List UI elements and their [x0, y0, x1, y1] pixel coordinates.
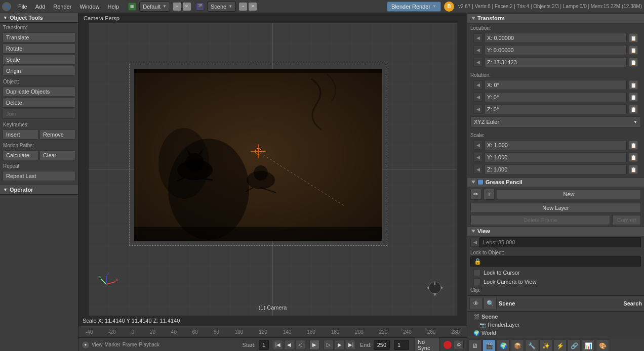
loc-x-copy[interactable]: 📋 — [629, 33, 638, 42]
playback-label[interactable]: Playback — [139, 342, 160, 347]
menu-add[interactable]: Add — [31, 3, 50, 11]
menu-window[interactable]: Window — [75, 3, 103, 11]
particles-icon[interactable]: ✨ — [539, 339, 552, 351]
lock-object-field[interactable]: 🔒 — [470, 256, 641, 267]
start-frame-field[interactable]: 1 — [259, 340, 269, 350]
euler-mode-dropdown[interactable]: XYZ Euler ▼ — [470, 116, 641, 127]
rot-x-prev[interactable]: ◀ — [473, 80, 482, 90]
rot-x-copy[interactable]: 📋 — [629, 80, 638, 90]
end-frame-field[interactable]: 250 — [374, 340, 390, 350]
object-props-icon[interactable]: 📦 — [511, 339, 524, 351]
scene-tree-item[interactable]: 🎬 Scene — [467, 313, 644, 321]
location-z-field[interactable]: Z: 17.31423 — [485, 57, 627, 67]
frame-prev-btn[interactable]: ◀ — [284, 340, 294, 350]
scene-props-icon[interactable]: 🎬 — [482, 339, 496, 351]
rot-y-prev[interactable]: ◀ — [473, 93, 482, 102]
material-icon[interactable]: 🎨 — [596, 339, 609, 351]
record-button[interactable] — [444, 341, 452, 349]
scale-y-prev[interactable]: ◀ — [473, 153, 482, 162]
lens-prev[interactable]: ◀ — [470, 238, 479, 247]
search-icon[interactable]: 🔍 — [484, 297, 497, 310]
marker-label[interactable]: Marker — [105, 342, 120, 347]
menu-file[interactable]: File — [14, 3, 31, 11]
scale-x-field[interactable]: X: 1.000 — [485, 140, 627, 150]
scene-header: 👁 🔍 Scene Search — [467, 296, 644, 312]
gp-convert-button[interactable]: Convert — [612, 215, 641, 225]
loc-y-prev[interactable]: ◀ — [473, 46, 482, 55]
scale-z-prev[interactable]: ◀ — [473, 165, 482, 174]
viewport[interactable]: Camera Persp — [78, 13, 467, 326]
gp-add-icon[interactable]: + — [484, 189, 495, 200]
clear-button[interactable]: Clear — [39, 150, 75, 160]
gp-new-layer-button[interactable]: New Layer — [470, 203, 641, 213]
frame-prev-step-btn[interactable]: ◁ — [295, 340, 305, 350]
data-icon[interactable]: 📊 — [582, 339, 595, 351]
view-mode-icon[interactable]: ● — [82, 341, 90, 349]
location-y-field[interactable]: Y: 0.00000 — [485, 45, 627, 55]
scale-button[interactable]: Scale — [3, 55, 75, 65]
world-tree-item[interactable]: 🌍 World — [467, 329, 644, 337]
layout-selector[interactable]: Default ▼ — [139, 2, 170, 12]
scene-selector[interactable]: Scene ▼ — [207, 2, 236, 12]
gp-new-button[interactable]: New — [497, 189, 641, 199]
menu-help[interactable]: Help — [104, 3, 124, 11]
remove-layout-icon[interactable]: ✕ — [183, 3, 191, 11]
constraints-icon[interactable]: 🔗 — [568, 339, 581, 351]
frame-next-btn[interactable]: ▶ — [335, 340, 345, 350]
repeat-last-button[interactable]: Repeat Last — [3, 171, 75, 181]
rot-y-copy[interactable]: 📋 — [629, 93, 638, 102]
frame-next-step-btn[interactable]: ▷ — [324, 340, 334, 350]
scale-x-prev[interactable]: ◀ — [473, 141, 482, 150]
insert-keyframe-button[interactable]: Insert — [3, 129, 38, 140]
origin-button[interactable]: Origin — [3, 66, 75, 76]
rotation-x-field[interactable]: X: 0° — [485, 80, 627, 90]
remove-scene-icon[interactable]: ✕ — [249, 3, 257, 11]
gp-checkbox[interactable] — [477, 179, 484, 185]
renderlayer-tree-item[interactable]: 📷 RenderLayer — [467, 321, 644, 329]
scale-z-field[interactable]: Z: 1.000 — [485, 164, 627, 174]
world-props-icon[interactable]: 🌍 — [497, 339, 510, 351]
physics-icon[interactable]: ⚡ — [553, 339, 567, 351]
loc-z-prev[interactable]: ◀ — [473, 58, 482, 67]
join-button[interactable]: Join — [3, 109, 75, 119]
view-label[interactable]: View — [92, 342, 103, 347]
lock-camera-row: Lock Camera to View — [470, 277, 641, 286]
frame-start-btn[interactable]: |◀ — [273, 340, 283, 350]
scale-z-copy[interactable]: 📋 — [629, 165, 638, 174]
loc-y-copy[interactable]: 📋 — [629, 46, 638, 55]
sync-dropdown[interactable]: No Sync — [414, 337, 439, 352]
scale-y-field[interactable]: Y: 1.000 — [485, 152, 627, 162]
rotation-z-field[interactable]: Z: 0° — [485, 104, 627, 114]
duplicate-objects-button[interactable]: Duplicate Objects — [3, 86, 75, 97]
add-layout-icon[interactable]: + — [173, 3, 181, 11]
calculate-button[interactable]: Calculate — [3, 150, 38, 160]
lock-cursor-checkbox[interactable] — [473, 269, 480, 276]
translate-button[interactable]: Translate — [3, 32, 75, 42]
scale-y-copy[interactable]: 📋 — [629, 153, 638, 162]
menu-render[interactable]: Render — [49, 3, 75, 11]
gp-delete-frame-button[interactable]: Delete Frame — [470, 215, 610, 225]
rot-z-prev[interactable]: ◀ — [473, 105, 482, 114]
rot-z-copy[interactable]: 📋 — [629, 105, 638, 114]
loc-x-prev[interactable]: ◀ — [473, 33, 482, 42]
timeline-options[interactable]: ⚙ — [454, 340, 464, 350]
location-x-field[interactable]: X: 0.00000 — [485, 33, 627, 43]
view-icon[interactable]: 👁 — [469, 297, 482, 310]
modifier-icon[interactable]: 🔧 — [525, 339, 538, 351]
frame-end-btn[interactable]: ▶| — [346, 340, 356, 350]
rotation-y-field[interactable]: Y: 0° — [485, 92, 627, 102]
scale-x-copy[interactable]: 📋 — [629, 141, 638, 150]
gp-pencil-icon[interactable]: ✏ — [470, 189, 481, 200]
current-frame-field[interactable]: 1 — [394, 340, 409, 350]
lock-camera-checkbox[interactable] — [473, 278, 480, 285]
loc-z-copy[interactable]: 📋 — [629, 58, 638, 67]
frame-label[interactable]: Frame — [123, 342, 137, 347]
render-icon[interactable]: 🖥 — [468, 339, 481, 351]
rotate-button[interactable]: Rotate — [3, 43, 75, 54]
render-engine-selector[interactable]: Blender Render ▼ — [387, 2, 441, 12]
delete-button[interactable]: Delete — [3, 98, 75, 108]
add-scene-icon[interactable]: + — [239, 3, 247, 11]
play-button[interactable]: ▶ — [309, 340, 319, 350]
remove-keyframe-button[interactable]: Remove — [39, 129, 75, 140]
lens-field[interactable]: Lens: 35.000 — [479, 237, 641, 247]
